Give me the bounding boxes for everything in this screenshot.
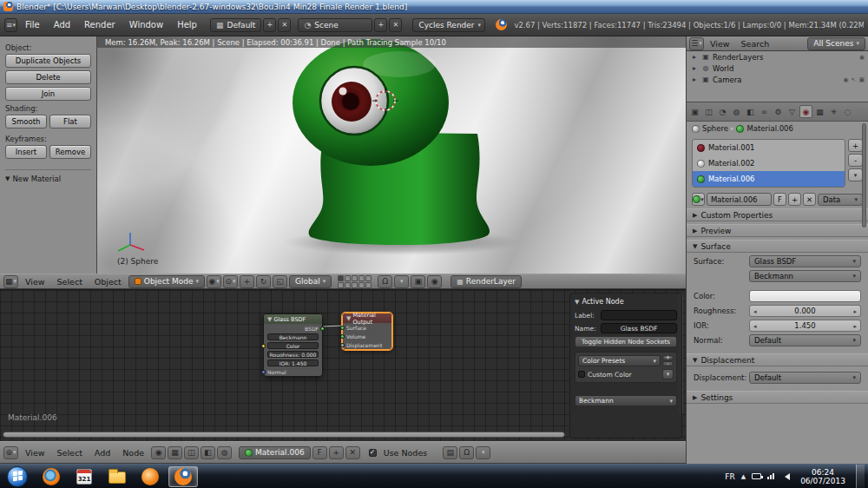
- menu-add[interactable]: Add: [48, 20, 76, 30]
- menu-render[interactable]: Render: [78, 20, 122, 30]
- network-icon[interactable]: [767, 477, 769, 479]
- hidden-icons-arrow[interactable]: ▲: [741, 473, 746, 480]
- new-material-button[interactable]: +: [329, 446, 344, 459]
- mode-select[interactable]: Object Mode ▾: [128, 275, 205, 288]
- outliner-display-mode-select[interactable]: All Scenes ▾: [807, 37, 865, 50]
- panel-preview[interactable]: ▶ Preview: [687, 224, 868, 237]
- slider-left-arrow-icon[interactable]: ◂: [753, 323, 757, 330]
- custom-color-menu-button[interactable]: ▾: [662, 369, 674, 379]
- panel-custom-properties[interactable]: ▶ Custom Properties: [687, 208, 868, 221]
- color-field[interactable]: Color: [267, 342, 319, 349]
- power-icon[interactable]: [752, 473, 761, 479]
- editor-type-node-icon[interactable]: ⊚▾: [3, 446, 18, 459]
- render-engine-select[interactable]: Cycles Render ▾: [412, 18, 485, 32]
- tab-texture-icon[interactable]: ▦: [813, 105, 826, 118]
- toggle-hidden-sockets-button[interactable]: Toggle Hidden Node Sockets: [575, 336, 677, 347]
- scene-select[interactable]: ◔ Scene: [298, 18, 372, 32]
- expand-icon[interactable]: ▸: [690, 76, 699, 83]
- duplicate-objects-button[interactable]: Duplicate Objects: [5, 54, 91, 68]
- manipulator-rotate-icon[interactable]: ↻: [256, 275, 271, 288]
- volume-icon[interactable]: [781, 473, 790, 480]
- tab-physics-icon[interactable]: ◌: [841, 105, 854, 118]
- tab-object-icon[interactable]: ◧: [744, 105, 757, 118]
- outliner-item-renderlayers[interactable]: ▸ ▣ RenderLayers ◉: [687, 51, 868, 63]
- tab-scene-icon[interactable]: ◔: [716, 105, 729, 118]
- browse-material-button[interactable]: ▾: [692, 193, 705, 206]
- viewport-menu-object[interactable]: Object: [89, 277, 127, 287]
- material-output-node[interactable]: ▼ Material Output Surface Volume Displac…: [342, 313, 392, 350]
- panel-displacement[interactable]: ▼ Displacement: [687, 353, 868, 366]
- editor-type-info-icon[interactable]: ≡▾: [4, 18, 17, 32]
- editor-type-outliner-icon[interactable]: ☰▾: [689, 37, 704, 50]
- layer-toggle-grid[interactable]: [338, 275, 372, 288]
- render-layer-select[interactable]: ▦ RenderLayer: [450, 275, 522, 288]
- remove-keyframe-button[interactable]: Remove: [49, 145, 91, 159]
- taskbar-item-graphics-app[interactable]: [135, 466, 165, 487]
- distribution-select[interactable]: Beckmann ▾: [749, 270, 861, 282]
- roughness-field[interactable]: Roughness: 0.000: [267, 351, 319, 358]
- color-swatch[interactable]: [749, 290, 861, 302]
- backdrop-icon[interactable]: ▤: [443, 446, 457, 459]
- delete-scene-button[interactable]: ✕: [389, 18, 402, 32]
- color-input-socket[interactable]: [261, 344, 266, 348]
- outliner-item-world[interactable]: ▸ ◍ World: [687, 63, 868, 74]
- panel-surface[interactable]: ▼ Surface: [687, 240, 868, 253]
- custom-color-checkbox[interactable]: [578, 371, 585, 378]
- surface-shader-select[interactable]: Glass BSDF ▾: [749, 255, 861, 267]
- window-titlebar[interactable]: Blender* [C:\Users\Marwan\Desktop\blende…: [0, 0, 868, 14]
- node-collapse-icon[interactable]: ▼: [346, 315, 351, 322]
- show-desktop-button[interactable]: [856, 465, 865, 488]
- unlink-material-button[interactable]: ✕: [345, 446, 360, 459]
- outliner-menu-view[interactable]: View: [705, 39, 735, 49]
- surface-input-socket[interactable]: [340, 326, 345, 330]
- bsdf-output-socket[interactable]: [320, 326, 325, 331]
- material-slot-row[interactable]: Material.001: [693, 140, 845, 155]
- join-button[interactable]: Join: [5, 87, 91, 101]
- node-collapse-icon[interactable]: ▼: [267, 316, 272, 323]
- viewport-3d[interactable]: (2) Sphere Mem: 16.26M, Peak: 16.26M | S…: [97, 36, 686, 274]
- taskbar-item-blender[interactable]: [168, 466, 198, 487]
- visibility-toggle-icon[interactable]: ◉: [843, 76, 848, 83]
- remove-slot-button[interactable]: -: [848, 154, 863, 167]
- use-nodes-checkbox[interactable]: ✓: [369, 449, 377, 457]
- viewport-menu-select[interactable]: Select: [52, 277, 88, 287]
- shader-type-object-icon[interactable]: ◧: [201, 446, 215, 459]
- outliner-item-camera[interactable]: ▸ ▣ Camera ◉ ↖ ▣: [687, 74, 868, 85]
- delete-screen-layout-button[interactable]: ✕: [278, 18, 291, 32]
- node-menu-view[interactable]: View: [20, 448, 50, 458]
- render-opengl-image-icon[interactable]: ▣: [411, 275, 425, 288]
- menu-file[interactable]: File: [19, 20, 46, 30]
- render-opengl-anim-icon[interactable]: ◉: [427, 275, 442, 288]
- properties-vertical-scrollbar[interactable]: [862, 123, 866, 228]
- breadcrumb-object[interactable]: Sphere: [702, 124, 728, 133]
- tab-constraints-icon[interactable]: ∞: [758, 105, 771, 118]
- menu-window[interactable]: Window: [123, 20, 169, 30]
- shader-type-world-icon[interactable]: ◍: [217, 446, 232, 459]
- slider-right-arrow-icon[interactable]: ▸: [853, 308, 857, 315]
- taskbar-item-explorer[interactable]: [102, 466, 132, 487]
- tree-type-texture-icon[interactable]: ▦: [168, 446, 182, 459]
- roughness-slider[interactable]: ◂ 0.000 ▸: [749, 305, 861, 317]
- material-slot-row[interactable]: Material.002: [693, 155, 845, 171]
- displacement-input-socket[interactable]: [340, 343, 345, 347]
- snap-magnet-icon[interactable]: Ω: [459, 446, 474, 459]
- tree-type-material-icon[interactable]: ◉: [151, 446, 166, 459]
- normal-input-socket[interactable]: [261, 370, 266, 374]
- start-button[interactable]: [7, 466, 28, 487]
- fake-user-button[interactable]: F: [773, 193, 786, 206]
- tab-modifiers-icon[interactable]: ⚙: [772, 105, 785, 118]
- pivot-point-select[interactable]: ⊙▾: [223, 275, 238, 288]
- taskbar-item-firefox[interactable]: [36, 466, 66, 487]
- active-distribution-select[interactable]: Beckmann ▾: [575, 395, 677, 406]
- normal-select[interactable]: Default ▾: [749, 334, 861, 346]
- outliner-menu-search[interactable]: Search: [736, 39, 775, 49]
- material-name-input[interactable]: Material.006: [707, 193, 772, 206]
- add-scene-button[interactable]: +: [374, 18, 387, 32]
- fake-user-button[interactable]: F: [312, 446, 327, 459]
- panel-settings[interactable]: ▶ Settings: [687, 391, 868, 404]
- slider-left-arrow-icon[interactable]: ◂: [753, 308, 757, 315]
- tab-world-icon[interactable]: ◍: [730, 105, 743, 118]
- link-data-select[interactable]: Data ▾: [818, 194, 863, 206]
- active-node-panel-header[interactable]: ▼ Active Node: [575, 296, 677, 307]
- volume-input-socket[interactable]: [340, 334, 345, 339]
